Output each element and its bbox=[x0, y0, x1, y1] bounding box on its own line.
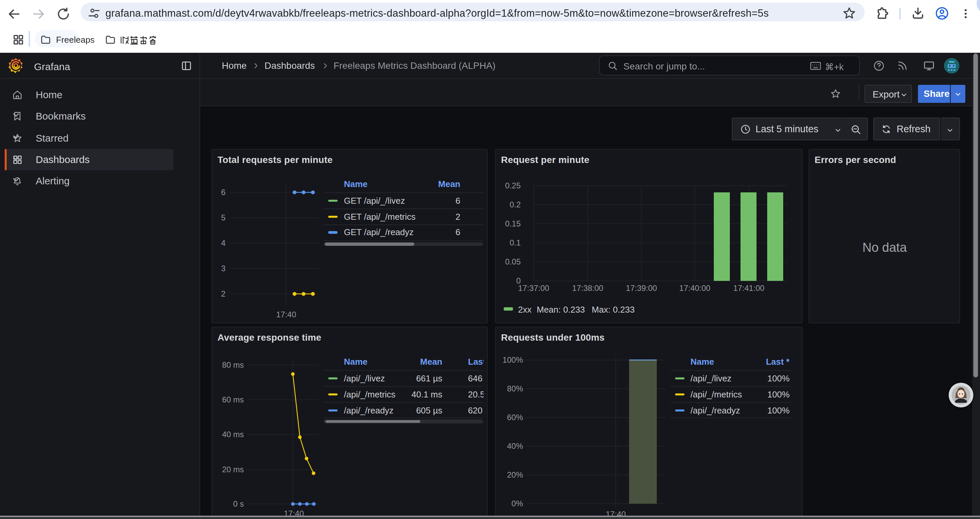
svg-text:0.1: 0.1 bbox=[509, 238, 520, 247]
svg-text:6: 6 bbox=[221, 188, 225, 197]
svg-text:60 ms: 60 ms bbox=[222, 395, 243, 404]
svg-text:40%: 40% bbox=[507, 441, 523, 450]
svg-text:0 s: 0 s bbox=[233, 499, 243, 508]
svg-text:4: 4 bbox=[221, 238, 225, 248]
svg-text:0.25: 0.25 bbox=[505, 181, 520, 190]
svg-text:60%: 60% bbox=[507, 412, 523, 422]
svg-text:17:38:00: 17:38:00 bbox=[572, 284, 603, 292]
svg-text:0.2: 0.2 bbox=[509, 200, 520, 209]
svg-text:17:39:00: 17:39:00 bbox=[625, 284, 657, 292]
svg-text:80 ms: 80 ms bbox=[222, 360, 243, 369]
svg-text:3: 3 bbox=[221, 264, 225, 273]
svg-text:40 ms: 40 ms bbox=[222, 430, 243, 439]
svg-text:2: 2 bbox=[221, 289, 225, 298]
svg-text:20 ms: 20 ms bbox=[222, 465, 243, 474]
svg-text:80%: 80% bbox=[507, 384, 523, 393]
svg-text:0.05: 0.05 bbox=[505, 257, 520, 266]
svg-text:17:41:00: 17:41:00 bbox=[733, 284, 764, 292]
svg-text:17:40:00: 17:40:00 bbox=[679, 284, 710, 292]
svg-text:17:37:00: 17:37:00 bbox=[518, 284, 549, 292]
svg-text:20%: 20% bbox=[507, 470, 523, 479]
svg-text:0.15: 0.15 bbox=[505, 219, 520, 228]
svg-text:100%: 100% bbox=[502, 355, 523, 364]
svg-text:17:40: 17:40 bbox=[276, 310, 296, 319]
svg-text:5: 5 bbox=[221, 213, 225, 222]
svg-text:0%: 0% bbox=[511, 498, 523, 508]
